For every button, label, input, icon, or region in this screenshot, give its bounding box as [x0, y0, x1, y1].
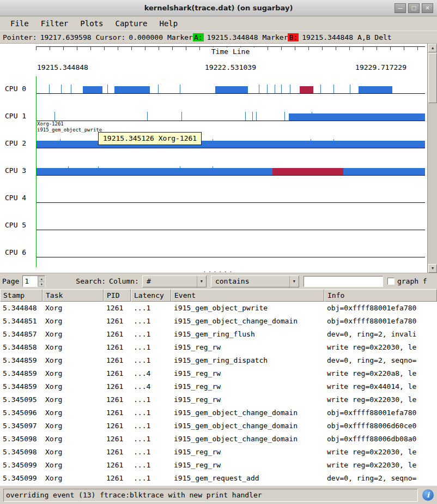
table-row[interactable]: 5.345098Xorg1261...1i915_gem_object_chan…	[0, 433, 437, 446]
timeline-scrollbar[interactable]: ▲ ▼	[427, 44, 437, 273]
info-icon[interactable]: i	[422, 489, 434, 501]
table-row[interactable]: 5.345095Xorg1261...1i915_reg_rwwrite reg…	[0, 393, 437, 406]
search-input[interactable]	[304, 276, 383, 287]
event-tick[interactable]	[312, 112, 312, 121]
spin-down-icon[interactable]: ▼	[38, 281, 45, 287]
spin-up-icon[interactable]: ▲	[38, 276, 45, 281]
table-row[interactable]: 5.345099Xorg1261...1i915_reg_rwwrite reg…	[0, 459, 437, 472]
event-tick[interactable]	[180, 166, 180, 175]
table-row[interactable]: 5.344857Xorg1261...1i915_gem_ring_flushd…	[0, 328, 437, 341]
event-tick[interactable]	[281, 85, 282, 93]
event-tick[interactable]	[180, 85, 180, 93]
menu-item-capture[interactable]: Capture	[109, 17, 153, 30]
match-select[interactable]: contains ▼	[211, 275, 299, 287]
event-tick[interactable]	[54, 112, 55, 121]
cpu-row[interactable]: CPU 5	[0, 213, 427, 240]
cpu-row[interactable]: CPU 2	[0, 131, 427, 158]
task-bar[interactable]	[114, 86, 150, 93]
table-row[interactable]: 5.344848Xorg1261...1i915_gem_object_pwri…	[0, 302, 437, 315]
table-row[interactable]: 5.344859Xorg1261...4i915_reg_rwwrite reg…	[0, 380, 437, 393]
event-tick[interactable]	[49, 85, 50, 93]
event-tick[interactable]	[284, 112, 285, 121]
event-tick[interactable]	[158, 85, 159, 93]
event-tick[interactable]	[333, 139, 334, 148]
column-select[interactable]: # ▼	[142, 275, 207, 287]
table-row[interactable]: 5.344859Xorg1261...1i915_gem_ring_dispat…	[0, 354, 437, 367]
menu-item-help[interactable]: Help	[153, 17, 184, 30]
column-header-info[interactable]: Info	[324, 289, 437, 302]
maximize-button[interactable]: □	[408, 3, 420, 13]
menu-item-file[interactable]: File	[4, 17, 35, 30]
timeline-graph[interactable]: Time Line 19215.344848 19222.531039 1922…	[0, 44, 437, 273]
column-header-event[interactable]: Event	[171, 289, 324, 302]
scroll-down-icon[interactable]: ▼	[428, 264, 437, 273]
marker-b-badge[interactable]: B:	[288, 33, 299, 41]
event-tick[interactable]	[320, 85, 321, 93]
event-tick[interactable]	[98, 166, 99, 175]
page-spinner[interactable]: 1 ▲ ▼	[22, 275, 45, 287]
column-header-pid[interactable]: PID	[104, 289, 131, 302]
scroll-up-icon[interactable]: ▲	[428, 44, 437, 52]
column-header-task[interactable]: Task	[43, 289, 104, 302]
task-bar[interactable]	[83, 86, 102, 93]
cpu-row[interactable]: CPU 6	[0, 240, 427, 267]
cpu-baseline	[36, 148, 425, 148]
table-row[interactable]: 5.345098Xorg1261...1i915_reg_rwwrite reg…	[0, 446, 437, 459]
event-tick[interactable]	[311, 139, 311, 148]
menu-item-filter[interactable]: Filter	[35, 17, 75, 30]
cpu-baseline	[36, 257, 425, 257]
menu-item-plots[interactable]: Plots	[74, 17, 109, 30]
event-tick[interactable]	[275, 85, 275, 93]
scrollbar-thumb[interactable]	[428, 53, 437, 103]
marker-a-line[interactable]	[36, 76, 37, 267]
table-row[interactable]: 5.344859Xorg1261...4i915_reg_rwwrite reg…	[0, 367, 437, 380]
event-tick[interactable]	[350, 85, 350, 93]
event-tick[interactable]	[267, 85, 268, 93]
close-button[interactable]: ✕	[422, 3, 433, 13]
column-header-latency[interactable]: Latency	[131, 289, 171, 302]
task-bar[interactable]	[272, 168, 343, 175]
cpu-row[interactable]: CPU 0	[0, 76, 427, 104]
event-tick[interactable]	[259, 85, 259, 93]
pointer-value: 19217.639598	[40, 33, 92, 41]
event-tick[interactable]	[213, 139, 213, 148]
column-header-stamp[interactable]: Stamp	[0, 289, 43, 302]
event-tick[interactable]	[107, 85, 108, 93]
task-bar[interactable]	[36, 141, 425, 148]
maximize-icon: □	[411, 5, 416, 11]
table-row[interactable]: 5.344858Xorg1261...1i915_reg_rwwrite reg…	[0, 341, 437, 354]
table-row[interactable]: 5.344851Xorg1261...1i915_gem_object_chan…	[0, 315, 437, 328]
table-row[interactable]: 5.345096Xorg1261...1i915_gem_object_chan…	[0, 406, 437, 419]
event-tick[interactable]	[60, 139, 60, 148]
event-tick[interactable]	[147, 112, 148, 121]
table-cell: Xorg	[43, 302, 104, 315]
table-row[interactable]: 5.345099Xorg1261...1i915_gem_request_add…	[0, 472, 437, 485]
marker-a-badge[interactable]: A:	[193, 33, 204, 41]
graph-follows-checkbox[interactable]	[387, 278, 394, 285]
task-bar[interactable]	[289, 113, 425, 121]
table-cell: write reg=0x22030, le	[324, 446, 437, 459]
task-bar[interactable]	[215, 86, 248, 93]
event-tick[interactable]	[333, 85, 334, 93]
cpu-row[interactable]: CPU 4	[0, 185, 427, 213]
task-bar[interactable]	[359, 86, 392, 93]
splitter-handle[interactable]: ......	[203, 268, 234, 272]
event-tick[interactable]	[256, 112, 257, 121]
task-bar[interactable]	[36, 168, 425, 175]
cpu-row[interactable]: CPU 3	[0, 158, 427, 185]
page-value[interactable]: 1	[23, 276, 38, 286]
event-tick[interactable]	[252, 112, 253, 121]
event-tick[interactable]	[290, 85, 290, 93]
event-tick[interactable]	[181, 112, 182, 121]
event-tick[interactable]	[245, 112, 246, 121]
graph-follows-label: graph f	[397, 277, 427, 285]
event-tick[interactable]	[61, 85, 62, 93]
table-row[interactable]: 5.345097Xorg1261...1i915_gem_object_chan…	[0, 419, 437, 433]
table-cell: 1261	[104, 354, 131, 367]
task-bar[interactable]	[300, 86, 313, 93]
minimize-button[interactable]: —	[394, 3, 406, 13]
event-tick[interactable]	[213, 166, 213, 175]
event-tick[interactable]	[71, 85, 71, 93]
event-tick[interactable]	[68, 166, 69, 175]
table-cell: ...1	[131, 315, 171, 328]
